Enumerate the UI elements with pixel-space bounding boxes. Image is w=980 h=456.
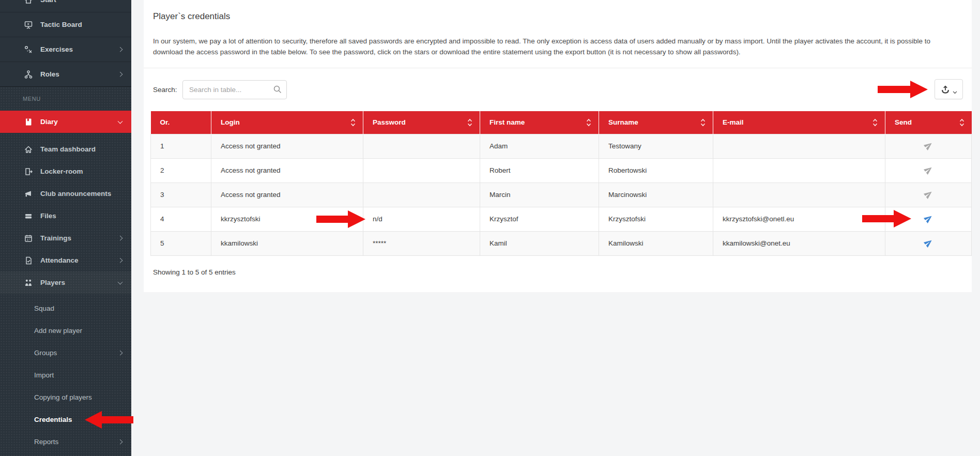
sidebar-item-label: Roles	[40, 70, 59, 78]
sidebar-item-reports[interactable]: Reports	[0, 431, 131, 453]
cell-email	[713, 183, 885, 207]
tactic-board-icon	[24, 20, 33, 29]
sort-icon[interactable]	[350, 118, 356, 126]
column-header-or: Or.	[151, 111, 211, 134]
annotation-arrow-credentials	[85, 411, 133, 429]
cell-login: Access not granted	[211, 158, 363, 183]
cell-password[interactable]: *****	[363, 231, 480, 255]
cell-surname: Krzysztofski	[599, 207, 713, 231]
sort-icon[interactable]	[586, 118, 591, 126]
sort-icon[interactable]	[700, 118, 706, 126]
cell-password[interactable]: n/d	[363, 207, 480, 231]
chevron-right-icon	[118, 71, 123, 77]
cell-password	[363, 183, 480, 207]
export-button[interactable]	[935, 79, 963, 99]
hierarchy-icon	[24, 70, 33, 79]
sidebar-item-diary[interactable]: Diary	[0, 111, 131, 133]
sidebar: Start Tactic Board Exercises Roles MENU	[0, 0, 131, 456]
sidebar-item-squad[interactable]: Squad	[0, 297, 131, 320]
send-plane-icon[interactable]	[924, 141, 933, 150]
sidebar-item-tactic-board[interactable]: Tactic Board	[0, 12, 131, 37]
sidebar-item-exercises[interactable]: Exercises	[0, 37, 131, 62]
annotation-arrow-password	[316, 210, 365, 228]
send-plane-icon[interactable]	[924, 190, 933, 199]
sidebar-item-team-dashboard[interactable]: Team dashboard	[0, 138, 131, 160]
sidebar-item-attendance[interactable]: Attendance	[0, 249, 131, 271]
sidebar-menu-section: MENU Diary Team dashboard Locker-room	[0, 86, 131, 456]
cell-surname: Kamilowski	[599, 231, 713, 255]
send-plane-icon[interactable]	[924, 214, 933, 223]
cell-or: 4	[151, 207, 211, 231]
chevron-down-icon	[953, 88, 957, 91]
chevron-right-icon	[118, 350, 123, 355]
cell-login: Access not granted	[211, 134, 363, 158]
megaphone-icon	[24, 189, 33, 199]
cell-send	[885, 183, 972, 207]
strategy-icon	[24, 45, 33, 54]
door-exit-icon	[24, 167, 33, 176]
main-content-card: Player`s credentials In our system, we p…	[144, 0, 972, 292]
players-submenu: Squad Add new player Groups Import Copyi…	[0, 294, 131, 453]
sidebar-item-players[interactable]: Players	[0, 271, 131, 294]
cell-send	[885, 134, 972, 158]
players-icon	[24, 278, 33, 287]
sort-icon[interactable]	[467, 118, 472, 126]
page-description: In our system, we pay a lot of attention…	[153, 36, 959, 57]
sidebar-item-label: Diary	[40, 118, 58, 126]
sidebar-item-label: Exercises	[40, 45, 73, 53]
cell-or: 1	[151, 134, 211, 158]
sidebar-top-nav: Start Tactic Board Exercises Roles	[0, 0, 131, 87]
cell-login: kkamilowski	[211, 231, 363, 255]
sidebar-item-import[interactable]: Import	[0, 364, 131, 386]
search-label: Search:	[153, 80, 177, 99]
page-title: Player`s credentials	[153, 11, 230, 22]
column-header-first-name[interactable]: First name	[480, 111, 599, 134]
section-divider	[144, 68, 972, 68]
home-outline-icon	[24, 145, 33, 154]
send-plane-icon[interactable]	[924, 238, 933, 247]
attendance-check-icon	[24, 256, 33, 265]
cell-email: kkrzysztofski@onetl.eu	[713, 207, 885, 231]
table-row: 2 Access not granted Robert Robertowski	[151, 158, 972, 183]
cell-or: 3	[151, 183, 211, 207]
cell-password	[363, 158, 480, 183]
column-header-email[interactable]: E-mail	[713, 111, 885, 134]
sidebar-item-start[interactable]: Start	[0, 0, 131, 12]
cell-surname: Testowany	[599, 134, 713, 158]
sort-icon[interactable]	[872, 118, 878, 126]
menu-section-label: MENU	[0, 87, 131, 111]
chevron-down-icon	[118, 118, 123, 124]
column-header-surname[interactable]: Surname	[599, 111, 713, 134]
chevron-right-icon	[118, 235, 123, 240]
export-icon	[941, 85, 950, 94]
sidebar-item-locker-room[interactable]: Locker-room	[0, 160, 131, 183]
sidebar-item-files[interactable]: Files	[0, 205, 131, 227]
sidebar-item-label: Tactic Board	[40, 21, 82, 28]
sidebar-item-trainings[interactable]: Trainings	[0, 227, 131, 249]
cell-first-name: Robert	[480, 158, 599, 183]
sidebar-item-copying-of-players[interactable]: Copying of players	[0, 386, 131, 408]
cell-or: 5	[151, 231, 211, 255]
search-icon	[273, 85, 282, 94]
column-header-login[interactable]: Login	[211, 111, 363, 134]
chevron-right-icon	[118, 439, 123, 444]
search-input[interactable]	[182, 80, 287, 99]
send-plane-icon[interactable]	[924, 165, 933, 174]
sidebar-item-roles[interactable]: Roles	[0, 62, 131, 87]
table-row: 4 kkrzysztofski n/d Krzysztof Krzysztofs…	[151, 207, 972, 231]
cell-email	[713, 158, 885, 183]
cell-email: kkamilowski@onet.eu	[713, 231, 885, 255]
column-header-send[interactable]: Send	[885, 111, 972, 134]
table-entries-summary: Showing 1 to 5 of 5 entries	[153, 268, 236, 276]
column-header-password[interactable]: Password	[363, 111, 480, 134]
sidebar-item-club-announcements[interactable]: Club announcements	[0, 183, 131, 205]
table-row: 3 Access not granted Marcin Marcinowski	[151, 183, 972, 207]
search-box	[182, 80, 287, 99]
cell-surname: Robertowski	[599, 158, 713, 183]
sidebar-item-label: Start	[40, 0, 56, 4]
sort-icon[interactable]	[959, 118, 964, 126]
cell-send	[885, 231, 972, 255]
sidebar-item-add-new-player[interactable]: Add new player	[0, 320, 131, 342]
sidebar-item-groups[interactable]: Groups	[0, 342, 131, 364]
cell-first-name: Kamil	[480, 231, 599, 255]
